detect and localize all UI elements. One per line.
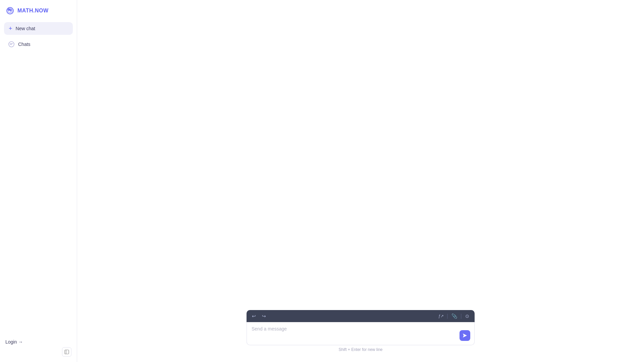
redo-button[interactable]: ↪ — [260, 312, 268, 320]
plus-icon: + — [9, 25, 12, 32]
sidebar: MATH.NOW + New chat Chats Login → — [0, 0, 77, 362]
input-box — [247, 322, 475, 345]
divider-1: | — [447, 313, 448, 319]
attach-icon: 📎 — [451, 313, 457, 319]
new-chat-button[interactable]: + New chat — [4, 22, 73, 35]
collapse-sidebar-button[interactable] — [62, 347, 71, 357]
input-container: ↩ ↪ ƒ↗ | 📎 | ⊙ — [247, 310, 475, 352]
chats-nav-item[interactable]: Chats — [3, 38, 74, 51]
chats-icon — [8, 41, 15, 48]
toolbar-right: ƒ↗ | 📎 | ⊙ — [436, 312, 471, 320]
app-title: MATH.NOW — [17, 8, 49, 14]
svg-point-1 — [9, 42, 14, 47]
divider-2: | — [461, 313, 462, 319]
sidebar-collapse-icon — [64, 350, 69, 354]
logo-icon — [5, 6, 15, 15]
login-label: Login — [5, 339, 17, 345]
camera-icon: ⊙ — [465, 313, 469, 319]
toolbar-left: ↩ ↪ — [250, 312, 268, 320]
undo-button[interactable]: ↩ — [250, 312, 258, 320]
message-input[interactable] — [252, 326, 458, 340]
formula-button[interactable]: ƒ↗ — [436, 312, 445, 320]
send-icon — [462, 333, 468, 338]
input-hint: Shift + Enter for new line — [247, 347, 475, 352]
formula-icon: ƒ↗ — [438, 314, 443, 318]
chats-label: Chats — [18, 42, 31, 47]
attach-button[interactable]: 📎 — [449, 312, 459, 320]
chat-area — [77, 0, 644, 362]
svg-rect-2 — [65, 350, 69, 354]
login-arrow: → — [18, 339, 23, 345]
main-content: ↩ ↪ ƒ↗ | 📎 | ⊙ — [77, 0, 644, 362]
redo-icon: ↪ — [262, 313, 266, 319]
login-link[interactable]: Login → — [5, 339, 71, 345]
new-chat-label: New chat — [16, 26, 35, 31]
send-button[interactable] — [460, 330, 470, 341]
logo-area: MATH.NOW — [0, 0, 77, 21]
input-toolbar: ↩ ↪ ƒ↗ | 📎 | ⊙ — [247, 310, 475, 322]
sidebar-bottom: Login → — [0, 334, 77, 362]
undo-icon: ↩ — [252, 313, 256, 319]
camera-button[interactable]: ⊙ — [463, 312, 471, 320]
